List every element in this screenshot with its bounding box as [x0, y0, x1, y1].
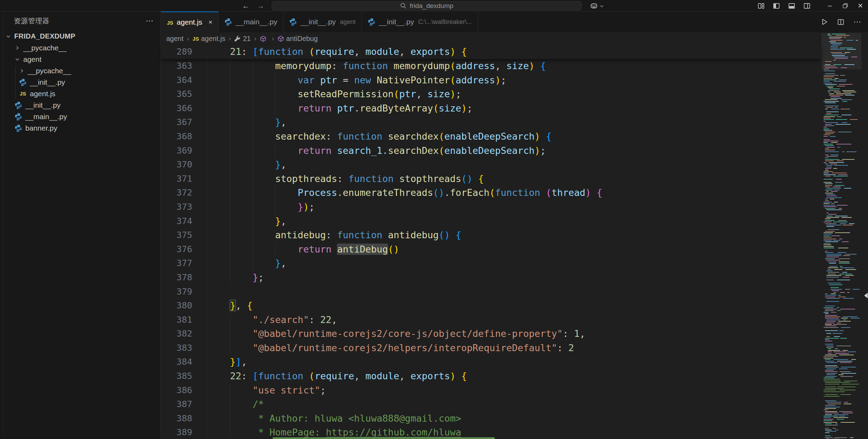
token: function: [495, 187, 540, 198]
secondary-sidebar-toggle-icon[interactable]: [799, 0, 815, 11]
minimap-line: [841, 422, 854, 423]
code-line-374[interactable]: 374},: [161, 214, 822, 229]
breadcrumb-item--function-[interactable]: [260, 35, 269, 42]
minimap-line: [825, 151, 839, 152]
code-line-363[interactable]: 363memorydump: function memorydump(addre…: [161, 59, 822, 73]
minimap-line: [824, 129, 829, 129]
token: }: [275, 258, 281, 268]
tree-item--pycache-[interactable]: __pycache__: [0, 42, 160, 53]
minimap-line: [851, 318, 860, 318]
code-line-367[interactable]: 367},: [161, 115, 822, 130]
minimap-line: [842, 413, 853, 413]
more-actions-icon[interactable]: ⋯: [853, 17, 862, 26]
code-line-383[interactable]: 383"@babel/runtime-corejs2/helpers/inter…: [161, 341, 822, 355]
sidebar-toggle-icon[interactable]: [769, 0, 784, 11]
minimap-line: [830, 164, 837, 164]
minimap-line: [825, 367, 839, 367]
layout-grid-icon[interactable]: [754, 0, 769, 11]
code-line-381[interactable]: 381"./search": 22,: [161, 313, 822, 327]
line-text: 21: [function (require, module, exports)…: [230, 45, 467, 59]
tab-label: __main__.py: [236, 18, 277, 26]
tree-item-frida-dexdump[interactable]: FRIDA_DEXDUMP: [0, 31, 160, 42]
minimap-line: [825, 297, 835, 297]
explorer-more-icon[interactable]: ⋯: [146, 16, 154, 25]
minimap-line: [831, 46, 838, 47]
token: enableDeepSearch: [444, 145, 535, 156]
code-line-379[interactable]: 379: [161, 285, 822, 299]
minimap-line: [824, 141, 839, 141]
minimap-line: [826, 275, 841, 276]
code-line-388[interactable]: 388 * Author: hluwa <hluwa888@gmail.com>: [161, 412, 822, 426]
minimap-line: [829, 284, 842, 285]
minimap-line: [831, 48, 838, 48]
code-line-371[interactable]: 371stopthreads: function stopthreads() {: [161, 172, 822, 186]
code-line-369[interactable]: 369return search_1.searchDex(enableDeepS…: [161, 144, 822, 158]
run-button[interactable]: [820, 18, 828, 26]
tab--init-py[interactable]: __init__.pyC:\...\wallbreaker\...: [362, 11, 478, 32]
token: [535, 60, 540, 71]
close-icon[interactable]: ✕: [853, 0, 868, 11]
forward-arrow-icon[interactable]: →: [257, 2, 264, 10]
scrollbar-track[interactable]: [861, 32, 868, 439]
tree-item--main-py[interactable]: __main__.py: [0, 111, 160, 122]
code-line-364[interactable]: 364var ptr = new NativePointer(address);: [161, 73, 822, 88]
code-line-377[interactable]: 377},: [161, 256, 822, 271]
tree-item-banner-py[interactable]: banner.py: [0, 122, 160, 134]
code-line-365[interactable]: 365setReadPermission(ptr, size);: [161, 87, 822, 101]
sticky-scroll-line[interactable]: 28921: [function (require, module, expor…: [161, 45, 822, 59]
code-line-289[interactable]: 28921: [function (require, module, expor…: [161, 45, 822, 59]
tree-item--init-py[interactable]: __init__.py: [0, 76, 160, 88]
python-icon: [15, 124, 22, 132]
code-line-380[interactable]: 380}, {: [161, 299, 822, 313]
tree-item--init-py[interactable]: __init__.py: [0, 99, 160, 111]
minimap-line: [826, 165, 832, 166]
split-editor-icon[interactable]: [837, 18, 844, 26]
code-line-384[interactable]: 384}],: [161, 355, 822, 369]
restore-icon[interactable]: [837, 0, 853, 11]
tab-close-icon[interactable]: ×: [209, 18, 212, 26]
code-line-366[interactable]: 366return ptr.readByteArray(size);: [161, 101, 822, 116]
breadcrumb-item-antidebug[interactable]: antiDebug: [278, 35, 318, 43]
python-icon: [15, 101, 22, 109]
breadcrumb-item-agent[interactable]: agent: [166, 35, 184, 43]
minimap-line: [834, 359, 848, 360]
breadcrumb-item-21[interactable]: 21: [234, 35, 250, 43]
code-line-368[interactable]: 368searchdex: function searchdex(enableD…: [161, 130, 822, 144]
breadcrumb-item-agent-js[interactable]: JSagent.js: [193, 35, 225, 43]
tree-item--pycache-[interactable]: __pycache__: [0, 65, 160, 76]
minimap-line: [831, 52, 842, 53]
tab--main-py[interactable]: __main__.py: [219, 11, 283, 32]
code-line-376[interactable]: 376return antiDebug(): [161, 242, 822, 257]
chevron-down-icon: [6, 34, 11, 39]
minimap-line: [824, 83, 832, 83]
code-line-378[interactable]: 378};: [161, 271, 822, 285]
token: ): [535, 131, 540, 142]
minimap-line: [833, 428, 836, 429]
minimap-line: [824, 243, 830, 244]
indent-guide: [275, 87, 298, 101]
minimize-icon[interactable]: [822, 0, 837, 11]
back-arrow-icon[interactable]: ←: [242, 2, 249, 10]
token: :: [241, 371, 253, 381]
code-line-375[interactable]: 375antidebug: function antidebug() {: [161, 228, 822, 242]
token: :: [309, 314, 321, 325]
code-line-386[interactable]: 386"use strict";: [161, 383, 822, 398]
minimap-line: [826, 194, 835, 195]
tree-item-agent[interactable]: agent: [0, 53, 160, 65]
panel-toggle-icon[interactable]: [784, 0, 799, 11]
indent-guide: [230, 383, 253, 398]
token: ,: [399, 371, 411, 381]
minimap[interactable]: [822, 32, 861, 439]
code-line-372[interactable]: 372Process.enumerateThreads().forEach(fu…: [161, 186, 822, 200]
code-line-373[interactable]: 373});: [161, 200, 822, 214]
code-line-382[interactable]: 382"@babel/runtime-corejs2/core-js/objec…: [161, 327, 822, 341]
copilot-menu[interactable]: [590, 1, 604, 10]
tree-item-agent-js[interactable]: JSagent.js: [0, 88, 160, 99]
minimap-line: [834, 414, 848, 415]
code-line-385[interactable]: 38522: [function (require, module, expor…: [161, 369, 822, 383]
code-line-387[interactable]: 387/*: [161, 397, 822, 412]
code-line-370[interactable]: 370},: [161, 158, 822, 172]
tab-agent-js[interactable]: JSagent.js×: [161, 11, 219, 32]
tab--init-py[interactable]: __init__.pyagent: [283, 11, 362, 32]
command-center-search[interactable]: frida_dexdump: [272, 1, 582, 10]
